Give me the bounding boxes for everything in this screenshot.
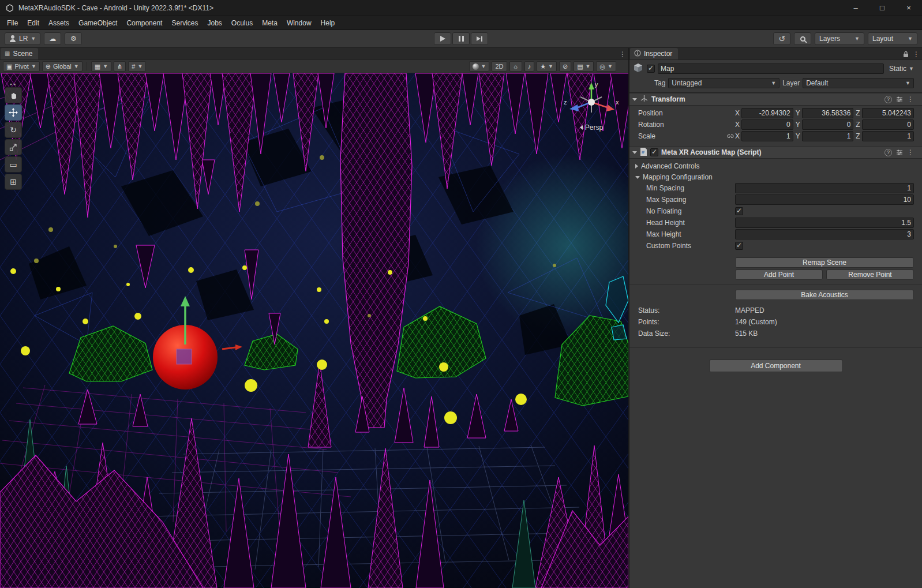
help-icon[interactable]: ? — [884, 96, 892, 103]
close-button[interactable]: × — [895, 0, 922, 16]
rotation-x-field[interactable] — [741, 119, 793, 130]
position-z-field[interactable] — [862, 108, 914, 118]
palette-drag-handle[interactable]: ●● — [5, 81, 22, 86]
persp-indicator[interactable]: Persp — [563, 123, 620, 132]
transform-tool[interactable]: ⊞ — [5, 174, 22, 190]
audio-toggle[interactable]: ♪ — [524, 61, 535, 72]
gameobject-active-checkbox[interactable] — [647, 65, 655, 73]
position-x-field[interactable] — [741, 108, 793, 118]
lightbulb-icon: ☼ — [513, 63, 519, 70]
rect-tool[interactable]: ▭ — [5, 156, 22, 173]
script-header[interactable]: # Meta XR Acoustic Map (Script) ? ⋮ — [629, 146, 922, 159]
component-menu-icon[interactable]: ⋮ — [907, 149, 914, 156]
presets-icon[interactable] — [896, 96, 903, 103]
inspector-menu-icon[interactable]: ⋮ — [913, 51, 920, 58]
layout-dropdown[interactable]: Layout ▼ — [868, 32, 917, 45]
2d-toggle[interactable]: 2D — [492, 61, 507, 72]
custom-points-checkbox[interactable] — [735, 242, 743, 250]
orientation-gizmo[interactable]: y x z Persp — [563, 79, 620, 132]
scale-y-field[interactable] — [802, 131, 854, 141]
menu-gameobject[interactable]: GameObject — [74, 16, 122, 29]
scale-x-field[interactable] — [741, 131, 793, 141]
settings-button[interactable]: ⚙ — [65, 32, 82, 45]
rotate-tool[interactable]: ↻ — [5, 122, 22, 138]
draw-mode-dropdown[interactable]: ▼ — [469, 61, 490, 72]
head-height-field[interactable] — [735, 218, 914, 228]
step-button[interactable] — [471, 32, 488, 45]
advanced-controls-foldout[interactable]: Advanced Controls — [632, 161, 914, 171]
camera-settings-dropdown[interactable]: ▤ ▼ — [574, 61, 594, 72]
rotation-z-field[interactable] — [862, 119, 914, 130]
effects-dropdown[interactable]: ★ ▼ — [537, 61, 557, 72]
account-dropdown[interactable]: LR ▼ — [5, 32, 40, 45]
scene-panel: ▦ Scene ⋮ ▣ Pivot ▼ ⊕ Global ▼ ▦ ▼ — [0, 48, 628, 588]
lock-icon[interactable] — [903, 51, 909, 58]
grid-icon: ▦ — [95, 63, 100, 70]
lighting-toggle[interactable]: ☼ — [509, 61, 522, 72]
search-button[interactable] — [794, 32, 811, 45]
scene-menu-icon[interactable]: ⋮ — [619, 51, 626, 58]
tab-scene[interactable]: ▦ Scene — [1, 48, 38, 59]
position-y-field[interactable] — [802, 108, 854, 118]
min-spacing-row: Min Spacing — [632, 183, 914, 193]
scale-z-field[interactable] — [862, 131, 914, 141]
menu-help[interactable]: Help — [316, 16, 340, 29]
global-dropdown[interactable]: ⊕ Global ▼ — [42, 61, 83, 72]
min-spacing-field[interactable] — [735, 183, 914, 193]
grid-visibility-dropdown[interactable]: ▦ ▼ — [91, 61, 111, 72]
view-hand-tool[interactable] — [5, 87, 22, 103]
menu-jobs[interactable]: Jobs — [203, 16, 226, 29]
scene-viewport[interactable]: ●● ↻ ▭ ⊞ — [0, 73, 628, 588]
tab-inspector[interactable]: Inspector — [630, 48, 678, 59]
pivot-dropdown[interactable]: ▣ Pivot ▼ — [3, 61, 40, 72]
menu-meta[interactable]: Meta — [257, 16, 282, 29]
layer-dropdown[interactable]: Default ▼ — [803, 78, 914, 88]
presets-icon[interactable] — [896, 149, 903, 156]
tag-dropdown[interactable]: Untagged ▼ — [668, 78, 779, 88]
hidden-objects-toggle[interactable]: ⊘ — [559, 61, 571, 72]
max-spacing-field[interactable] — [735, 194, 914, 205]
no-floating-checkbox[interactable] — [735, 207, 743, 215]
scale-link-icon[interactable] — [727, 133, 735, 140]
foldout-open-icon[interactable] — [632, 98, 637, 101]
scale-tool[interactable] — [5, 139, 22, 155]
menu-oculus[interactable]: Oculus — [227, 16, 257, 29]
scene-render[interactable] — [0, 73, 628, 588]
menu-component[interactable]: Component — [122, 16, 167, 29]
snap-increment-dropdown[interactable]: # ▼ — [128, 61, 146, 72]
bake-acoustics-button[interactable]: Bake Acoustics — [735, 290, 914, 300]
foldout-open-icon[interactable] — [632, 151, 637, 154]
maximize-button[interactable]: □ — [869, 0, 895, 16]
static-dropdown[interactable]: Static ▼ — [887, 65, 914, 73]
remove-point-button[interactable]: Remove Point — [826, 269, 914, 280]
menu-window[interactable]: Window — [282, 16, 316, 29]
menu-edit[interactable]: Edit — [23, 16, 44, 29]
add-component-button[interactable]: Add Component — [709, 359, 843, 372]
data-size-row: Data Size: 515 KB — [632, 328, 914, 339]
max-height-field[interactable] — [735, 229, 914, 239]
gizmos-dropdown[interactable]: ◎ ▼ — [596, 61, 616, 72]
script-enabled-checkbox[interactable] — [650, 148, 658, 156]
menu-services[interactable]: Services — [167, 16, 203, 29]
transform-header[interactable]: Transform ? ⋮ — [629, 93, 922, 106]
play-button[interactable] — [434, 32, 451, 45]
gameobject-name-field[interactable] — [658, 63, 884, 74]
rotation-y-field[interactable] — [802, 119, 854, 130]
undo-history-button[interactable]: ↺ — [773, 32, 790, 45]
menu-assets[interactable]: Assets — [44, 16, 74, 29]
snap-toggle[interactable]: ⋔ — [114, 61, 126, 72]
help-icon[interactable]: ? — [884, 149, 892, 156]
move-tool[interactable] — [5, 104, 22, 121]
cloud-services-button[interactable]: ☁ — [44, 32, 61, 45]
pause-button[interactable] — [452, 32, 470, 45]
remap-scene-button[interactable]: Remap Scene — [735, 257, 914, 268]
minimize-button[interactable]: – — [842, 0, 869, 16]
add-point-button[interactable]: Add Point — [735, 269, 823, 280]
camera-icon: ▤ — [577, 63, 583, 70]
mapping-configuration-foldout[interactable]: Mapping Configuration — [632, 172, 914, 182]
pivot-label: Pivot — [14, 63, 28, 70]
component-menu-icon[interactable]: ⋮ — [907, 96, 914, 103]
layers-dropdown[interactable]: Layers ▼ — [815, 32, 864, 45]
axis-x-label: X — [735, 121, 740, 129]
menu-file[interactable]: File — [2, 16, 23, 29]
